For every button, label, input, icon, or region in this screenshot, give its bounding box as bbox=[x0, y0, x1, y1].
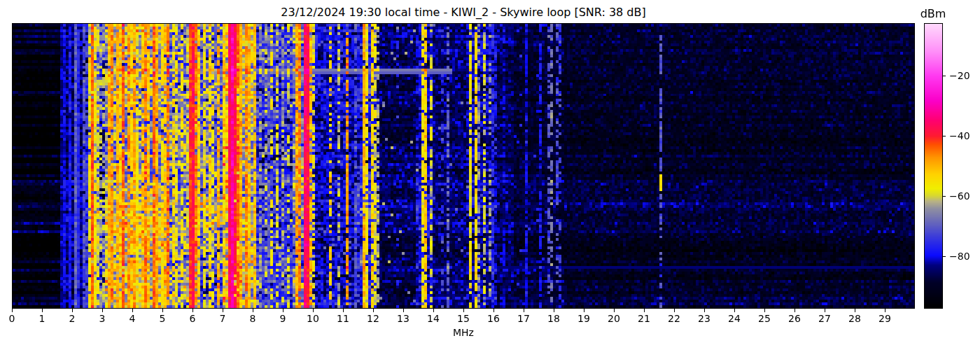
colorbar-tick-label: −40 bbox=[949, 131, 970, 141]
colorbar-tick-label: −60 bbox=[949, 191, 970, 201]
colorbar-tick-mark bbox=[943, 196, 946, 197]
colorbar-tick-label: −80 bbox=[949, 251, 970, 261]
spectrogram-figure: 23/12/2024 19:30 local time - KIWI_2 - S… bbox=[0, 0, 980, 350]
colorbar-tick-mark bbox=[943, 256, 946, 257]
colorbar-tick-mark bbox=[943, 136, 946, 136]
colorbar-ticks: −20−40−60−80 bbox=[0, 0, 980, 350]
colorbar-tick-mark bbox=[943, 76, 946, 76]
colorbar-tick-label: −20 bbox=[949, 71, 970, 80]
